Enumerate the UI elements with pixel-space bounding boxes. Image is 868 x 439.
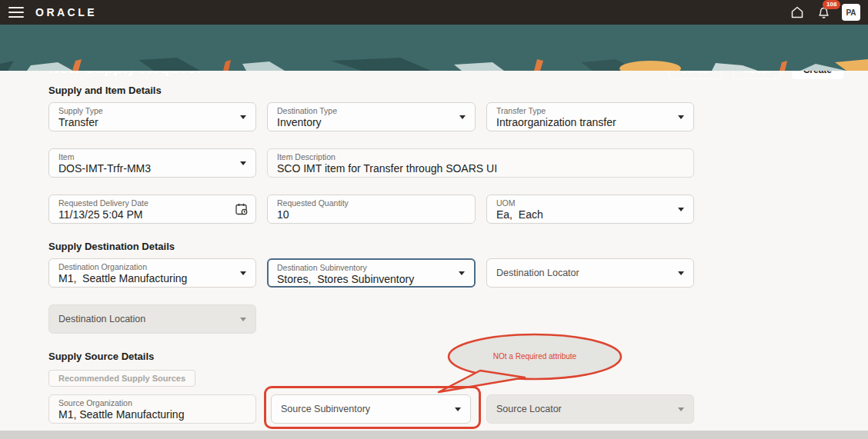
field-label: Destination Subinventory: [277, 263, 452, 273]
top-bar: ORACLE 108 PA: [0, 0, 868, 25]
caret-down-icon[interactable]: [678, 208, 684, 211]
caret-down-icon[interactable]: [678, 271, 684, 275]
destination-locator-field[interactable]: Destination Locator: [486, 258, 694, 288]
field-label: Transfer Type: [496, 106, 672, 116]
recommended-supply-sources-button[interactable]: Recommended Supply Sources: [48, 370, 195, 387]
section-supply-item-title: Supply and Item Details: [48, 85, 162, 96]
field-value: DOS-IMT-Trfr-MM3: [58, 162, 234, 175]
field-value: 10: [277, 208, 453, 221]
source-subinventory-field[interactable]: Source Subinventory: [271, 394, 471, 424]
destination-subinventory-field[interactable]: Destination Subinventory Stores, Stores …: [267, 258, 476, 288]
page-header: New Supply Request Cancel Reset Create: [0, 25, 868, 71]
destination-type-field[interactable]: Destination Type Inventory: [267, 102, 476, 131]
caret-down-icon: [240, 318, 246, 321]
topbar-actions: 108 PA: [790, 4, 860, 21]
annotation-text: NOt a Required attribute: [462, 352, 608, 361]
source-organization-field: Source Organization M1, Seattle Manufact…: [48, 394, 256, 424]
oracle-logo: ORACLE: [35, 6, 97, 18]
field-label: Destination Type: [277, 106, 453, 116]
destination-organization-field[interactable]: Destination Organization M1, Seattle Man…: [48, 258, 256, 288]
avatar[interactable]: PA: [842, 4, 860, 21]
caret-down-icon[interactable]: [678, 115, 684, 119]
field-label: Destination Locator: [496, 268, 579, 278]
field-value: Stores, Stores Subinventory: [277, 273, 452, 286]
caret-down-icon[interactable]: [459, 115, 466, 119]
item-field[interactable]: Item DOS-IMT-Trfr-MM3: [48, 148, 256, 178]
field-value: M1, Seattle Manufacturing: [58, 272, 234, 285]
field-label: Source Subinventory: [281, 404, 370, 414]
field-value: M1, Seattle Manufacturing: [58, 408, 234, 421]
field-value: Intraorganization transfer: [496, 116, 672, 129]
notification-badge: 108: [823, 0, 840, 9]
field-label: Requested Delivery Date: [58, 198, 234, 208]
caret-down-icon[interactable]: [455, 407, 461, 411]
caret-down-icon: [678, 407, 684, 411]
field-label: Destination Location: [58, 314, 145, 324]
field-label: Destination Organization: [58, 262, 234, 272]
notifications-button[interactable]: 108: [816, 5, 831, 20]
field-label: Item: [58, 152, 234, 162]
requested-quantity-field[interactable]: Requested Quantity 10: [267, 195, 476, 224]
caret-down-icon[interactable]: [459, 271, 465, 275]
field-value: Ea, Each: [496, 208, 672, 221]
field-label: Item Description: [277, 152, 672, 162]
field-value: Transfer: [58, 116, 234, 129]
caret-down-icon[interactable]: [240, 271, 246, 275]
field-label: Source Organization: [58, 398, 234, 408]
field-value: 11/13/25 5:04 PM: [58, 208, 234, 221]
field-value: SCO IMT item for Transfer through SOARS …: [277, 162, 672, 175]
bottom-strip: [0, 431, 868, 439]
uom-field[interactable]: UOM Ea, Each: [486, 195, 694, 224]
calendar-clock-icon[interactable]: [235, 202, 249, 216]
home-icon[interactable]: [790, 5, 805, 20]
field-label: UOM: [496, 198, 672, 208]
menu-icon[interactable]: [8, 7, 24, 18]
section-destination-title: Supply Destination Details: [48, 241, 175, 252]
field-label: Requested Quantity: [277, 198, 453, 208]
transfer-type-field[interactable]: Transfer Type Intraorganization transfer: [486, 102, 694, 131]
field-label: Supply Type: [58, 106, 234, 116]
source-locator-field: Source Locator: [486, 394, 694, 424]
decorative-pattern: [0, 58, 868, 71]
item-description-field: Item Description SCO IMT item for Transf…: [267, 148, 694, 178]
annotation-callout-bubble: [425, 331, 629, 398]
caret-down-icon[interactable]: [240, 115, 246, 119]
destination-location-field: Destination Location: [48, 304, 256, 334]
field-label: Source Locator: [496, 404, 562, 414]
requested-delivery-date-field[interactable]: Requested Delivery Date 11/13/25 5:04 PM: [48, 195, 256, 224]
caret-down-icon[interactable]: [240, 161, 246, 165]
section-source-title: Supply Source Details: [48, 351, 154, 362]
field-value: Inventory: [277, 116, 453, 129]
supply-type-field[interactable]: Supply Type Transfer: [48, 102, 256, 131]
